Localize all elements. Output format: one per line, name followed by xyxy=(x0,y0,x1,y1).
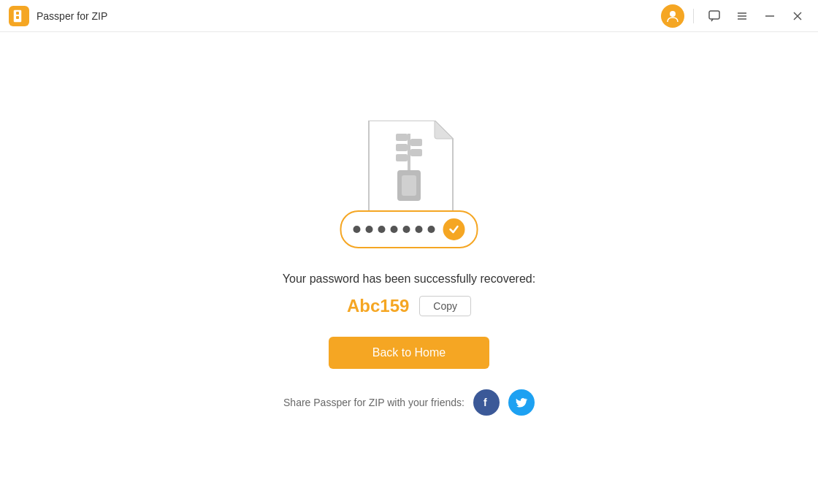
svg-rect-5 xyxy=(709,11,719,19)
svg-rect-14 xyxy=(396,154,408,161)
svg-rect-3 xyxy=(17,15,18,16)
dot-4 xyxy=(391,226,398,233)
separator xyxy=(693,9,694,23)
dot-6 xyxy=(416,226,423,233)
zip-illustration xyxy=(358,121,460,248)
facebook-button[interactable]: f xyxy=(473,389,500,416)
chat-icon[interactable] xyxy=(703,4,726,28)
app-icon xyxy=(9,6,29,26)
password-dots-strip xyxy=(340,210,478,248)
menu-icon[interactable] xyxy=(730,4,754,28)
share-row: Share Passper for ZIP with your friends:… xyxy=(283,389,535,416)
app-title: Passper for ZIP xyxy=(37,10,107,22)
share-text: Share Passper for ZIP with your friends: xyxy=(283,397,465,408)
dot-2 xyxy=(366,226,373,233)
svg-rect-16 xyxy=(410,149,422,156)
dot-5 xyxy=(403,226,410,233)
svg-rect-13 xyxy=(396,144,408,151)
svg-rect-15 xyxy=(410,139,422,146)
svg-rect-12 xyxy=(396,134,408,141)
svg-point-4 xyxy=(670,11,676,17)
titlebar-left: Passper for ZIP xyxy=(9,6,107,26)
minimize-button[interactable] xyxy=(758,4,781,28)
titlebar: Passper for ZIP xyxy=(0,0,818,32)
copy-button[interactable]: Copy xyxy=(419,296,471,316)
dot-1 xyxy=(353,226,361,233)
main-content: Your password has been successfully reco… xyxy=(0,32,818,504)
svg-rect-19 xyxy=(402,175,416,196)
dot-7 xyxy=(428,226,435,233)
check-icon xyxy=(443,218,465,240)
password-value: Abc159 xyxy=(347,296,409,316)
user-icon[interactable] xyxy=(661,4,684,28)
titlebar-right xyxy=(661,4,809,28)
back-to-home-button[interactable]: Back to Home xyxy=(329,337,489,369)
svg-rect-2 xyxy=(16,16,19,19)
twitter-button[interactable] xyxy=(508,389,535,416)
close-button[interactable] xyxy=(786,4,809,28)
svg-text:f: f xyxy=(483,397,487,408)
dot-3 xyxy=(378,226,386,233)
success-message: Your password has been successfully reco… xyxy=(283,272,535,286)
password-display: Abc159 Copy xyxy=(347,296,471,316)
svg-rect-1 xyxy=(16,12,19,15)
